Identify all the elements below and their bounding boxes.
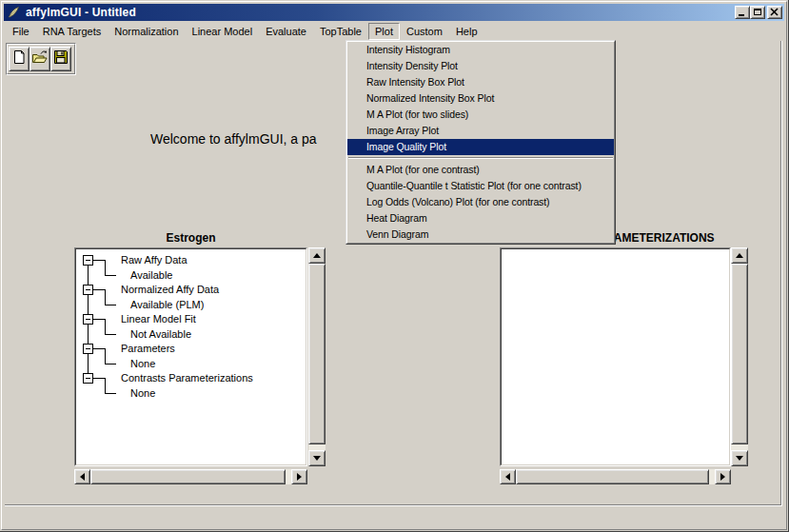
close-button[interactable] (767, 6, 782, 19)
maximize-icon (754, 9, 761, 15)
tree-connector-line (93, 260, 105, 261)
plot-menu-item-quantile-quantile-t-statistic-plot-for-one-contrast[interactable]: Quantile-Quantile t Statistic Plot (for … (347, 178, 614, 194)
tree-node-raw-affy-data[interactable]: Raw Affy Data (121, 253, 187, 266)
right-panel-vertical-scrollbar-thumb[interactable] (731, 264, 748, 444)
plot-menu-item-m-a-plot-for-one-contrast[interactable]: M A Plot (for one contrast) (347, 162, 614, 178)
plot-menu-item-m-a-plot-for-two-slides[interactable]: M A Plot (for two slides) (347, 107, 614, 123)
plot-menu-item-intensity-density-plot[interactable]: Intensity Density Plot (347, 58, 614, 74)
tree-status-contrasts-parameterizations[interactable]: None (130, 386, 155, 400)
tree-connector-line (105, 364, 116, 365)
minus-icon (86, 260, 90, 261)
title-bar[interactable]: affylmGUI - Untitled (4, 4, 784, 21)
tree-connector-line (105, 393, 116, 394)
plot-menu-item-image-array-plot[interactable]: Image Array Plot (347, 123, 614, 139)
menubar-item-plot[interactable]: Plot (368, 23, 400, 40)
toolbar (6, 43, 76, 75)
left-arrow-icon (80, 473, 85, 481)
maximize-button[interactable] (750, 6, 765, 19)
down-arrow-icon (736, 456, 743, 461)
menubar-item-evaluate[interactable]: Evaluate (259, 23, 313, 40)
minus-icon (86, 348, 90, 349)
menubar-item-linear-model[interactable]: Linear Model (186, 23, 260, 40)
tree-connector-line (105, 319, 106, 334)
plot-menu-item-venn-diagram[interactable]: Venn Diagram (347, 227, 614, 243)
menubar-item-custom[interactable]: Custom (400, 23, 449, 40)
tree-connector-line (105, 348, 106, 364)
tree-connector-line (88, 266, 89, 285)
tree-node-linear-model-fit[interactable]: Linear Model Fit (121, 312, 196, 325)
up-arrow-icon (736, 253, 743, 258)
open-file-button[interactable] (30, 47, 50, 71)
minus-icon (86, 289, 90, 290)
tree-collapse-box[interactable] (83, 344, 93, 354)
left-panel-vertical-scrollbar-down-arrow-button[interactable] (308, 450, 325, 466)
tree-connector-line (105, 260, 106, 275)
right-panel-horizontal-scrollbar-right-arrow-button[interactable] (715, 469, 731, 484)
tree-collapse-box[interactable] (83, 255, 93, 266)
right-panel-vertical-scrollbar[interactable] (731, 247, 748, 466)
new-document-icon (11, 49, 27, 69)
menubar-item-toptable[interactable]: TopTable (313, 23, 368, 40)
left-panel-horizontal-scrollbar-left-arrow-button[interactable] (74, 469, 90, 484)
tree-connector-line (105, 275, 116, 276)
down-arrow-icon (313, 456, 321, 461)
new-file-button[interactable] (9, 47, 30, 71)
right-panel-horizontal-scrollbar-left-arrow-button[interactable] (500, 469, 516, 484)
tree-status-parameters[interactable]: None (130, 357, 155, 370)
right-panel-vertical-scrollbar-down-arrow-button[interactable] (731, 450, 748, 466)
tree-node-parameters[interactable]: Parameters (121, 342, 175, 355)
plot-menu-item-image-quality-plot[interactable]: Image Quality Plot (347, 139, 614, 155)
left-panel-vertical-scrollbar[interactable] (308, 247, 325, 466)
estrogen-tree-content: Raw Affy DataAvailableNormalized Affy Da… (75, 248, 306, 465)
left-panel-horizontal-scrollbar-thumb[interactable] (90, 469, 286, 484)
plot-menu-item-raw-intensity-box-plot[interactable]: Raw Intensity Box Plot (347, 74, 614, 90)
minus-icon (86, 319, 90, 320)
right-panel-horizontal-scrollbar-thumb[interactable] (516, 469, 709, 484)
contrasts-listbox[interactable] (500, 247, 731, 466)
estrogen-tree-listbox[interactable]: Raw Affy DataAvailableNormalized Affy Da… (74, 247, 307, 466)
minus-icon (86, 378, 90, 379)
window-title: affylmGUI - Untitled (26, 6, 136, 19)
right-panel-horizontal-scrollbar[interactable] (500, 469, 731, 484)
plot-menu-item-log-odds-volcano-plot-for-one-contrast[interactable]: Log Odds (Volcano) Plot (for one contras… (347, 194, 614, 210)
left-panel-title: Estrogen (74, 231, 307, 245)
tree-node-normalized-affy-data[interactable]: Normalized Affy Data (121, 283, 219, 296)
feather-icon (7, 6, 20, 19)
up-arrow-icon (313, 253, 321, 258)
menubar-item-file[interactable]: File (6, 23, 36, 40)
tree-connector-line (105, 305, 116, 305)
tree-collapse-box[interactable] (83, 314, 93, 325)
tree-collapse-box[interactable] (83, 285, 93, 295)
left-panel-vertical-scrollbar-thumb[interactable] (308, 264, 325, 444)
open-folder-icon (31, 49, 49, 69)
save-floppy-icon (53, 49, 69, 69)
menu-bar: FileRNA TargetsNormalizationLinear Model… (4, 22, 784, 40)
menubar-item-normalization[interactable]: Normalization (108, 23, 185, 40)
contrasts-list-content (501, 248, 730, 465)
plot-menu-item-normalized-intensity-box-plot[interactable]: Normalized Intensity Box Plot (347, 90, 614, 107)
plot-menu-item-heat-diagram[interactable]: Heat Diagram (347, 210, 614, 227)
plot-dropdown-menu: Intensity HistogramIntensity Density Plo… (345, 40, 616, 245)
tree-connector-line (93, 348, 105, 349)
right-arrow-icon (720, 473, 725, 481)
tree-status-normalized-affy-data[interactable]: Available (PLM) (130, 298, 204, 311)
affylmgui-window: affylmGUI - Untitled FileRNA TargetsNorm… (0, 0, 789, 532)
menubar-item-help[interactable]: Help (449, 23, 484, 40)
tree-connector-line (88, 354, 89, 373)
tree-node-contrasts-parameterizations[interactable]: Contrasts Parameterizations (121, 371, 253, 384)
save-file-button[interactable] (50, 47, 71, 71)
tree-connector-line (88, 295, 89, 314)
plot-menu-item-intensity-histogram[interactable]: Intensity Histogram (347, 42, 614, 58)
tree-collapse-box[interactable] (83, 373, 93, 384)
left-panel-horizontal-scrollbar[interactable] (74, 469, 307, 484)
tree-connector-line (93, 319, 105, 320)
minimize-button[interactable] (735, 6, 750, 19)
left-panel-horizontal-scrollbar-right-arrow-button[interactable] (291, 469, 307, 484)
left-panel-vertical-scrollbar-up-arrow-button[interactable] (308, 247, 325, 264)
close-icon (770, 8, 779, 17)
tree-status-linear-model-fit[interactable]: Not Available (130, 327, 191, 341)
menubar-item-rna-targets[interactable]: RNA Targets (36, 23, 108, 40)
right-panel-vertical-scrollbar-up-arrow-button[interactable] (731, 247, 748, 264)
tree-status-raw-affy-data[interactable]: Available (130, 268, 172, 282)
tree-connector-line (105, 334, 116, 335)
